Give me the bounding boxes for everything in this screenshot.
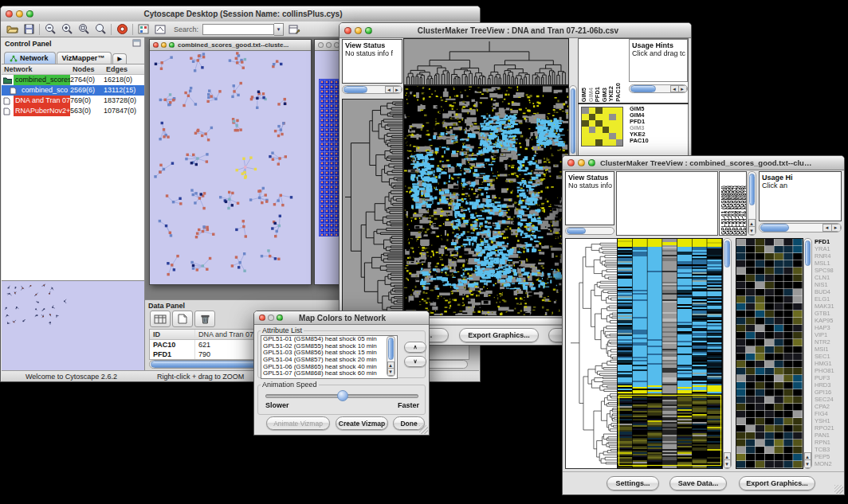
edge-count: 13112(15) <box>104 85 144 96</box>
usage-hints-scrollbar[interactable]: ◄ ► <box>759 223 842 232</box>
status-scrollbar[interactable] <box>565 227 614 235</box>
file-icon <box>3 107 12 115</box>
column-dendrogram-area[interactable] <box>616 171 718 236</box>
treeview-dna-titlebar[interactable]: ClusterMaker TreeView : DNA and Tran 07-… <box>340 23 691 38</box>
delete-attribute-trash-icon[interactable] <box>194 311 215 327</box>
gene-label: SEC24 <box>815 396 843 403</box>
zoom-fit-icon[interactable] <box>94 23 107 35</box>
resize-grip[interactable] <box>419 425 428 434</box>
network-overview-thumbnail[interactable] <box>2 280 144 370</box>
column-label: YKE2 <box>607 86 614 102</box>
animate-vizmap-button[interactable]: Animate Vizmap <box>266 416 330 430</box>
tab-network[interactable]: Network <box>4 52 56 64</box>
attribute-list[interactable]: GPL51-01 (GSM854) heat shock 05 minGPL51… <box>261 335 398 379</box>
usage-hints-scrollbar[interactable]: ◄ ► <box>629 84 688 93</box>
zoom-heatmap[interactable] <box>736 238 803 469</box>
network-view-titlebar[interactable]: combined_scores_good.txt--cluste... <box>150 40 311 51</box>
close-button[interactable] <box>153 42 159 48</box>
settings-button[interactable]: Settings... <box>607 476 659 490</box>
faster-label: Faster <box>398 401 419 409</box>
network-tree-row[interactable]: combined_scores2764(0)16218(0) <box>2 75 144 85</box>
new-attribute-icon[interactable] <box>172 311 193 327</box>
zoom-heatmap-cell <box>595 139 603 146</box>
minimize-button[interactable] <box>326 42 332 48</box>
zoom-window-button[interactable] <box>365 27 372 34</box>
export-graphics-button[interactable]: Export Graphics... <box>739 476 815 490</box>
attribute-list-item[interactable]: GPL51-07 (GSM868) heat shock 60 min <box>261 370 397 377</box>
edge-count: 183728(0) <box>104 96 144 106</box>
zoom-heatmap-cell <box>609 139 616 146</box>
zoom-selected-icon[interactable] <box>77 23 90 35</box>
zoom-heatmap-cell <box>582 139 589 146</box>
close-button[interactable] <box>344 27 351 34</box>
zoom-heatmap-scrollbar[interactable]: ▲ ▼ <box>803 238 812 469</box>
cytoscape-titlebar[interactable]: Cytoscape Desktop (Session Name: collins… <box>1 6 480 22</box>
column-dendrogram[interactable] <box>403 38 569 85</box>
tab-overflow-arrow[interactable]: ▶ <box>112 53 126 64</box>
create-vizmap-button[interactable]: Create Vizmap <box>336 416 388 430</box>
zoom-heatmap-cell <box>595 127 603 133</box>
zoom-heatmap[interactable] <box>581 107 623 147</box>
resize-grip[interactable] <box>834 485 843 494</box>
move-down-button[interactable]: ∨ <box>404 356 426 367</box>
zoom-window-button[interactable] <box>26 10 33 18</box>
zoom-out-icon[interactable] <box>44 23 57 35</box>
float-panel-icon[interactable] <box>132 39 141 49</box>
zoom-row-labels: GIM5GIM4PFD1GIM3YKE2PAC10 <box>630 106 649 144</box>
help-lifering-icon[interactable] <box>116 23 128 35</box>
vizmap-icon[interactable] <box>137 23 150 35</box>
zoom-heatmap-cell <box>609 127 616 133</box>
zoom-window-button[interactable] <box>277 315 283 321</box>
attribute-select-icon[interactable] <box>150 311 171 327</box>
search-input[interactable] <box>202 24 274 35</box>
network-graph-canvas[interactable] <box>150 51 309 283</box>
minimize-button[interactable] <box>578 159 585 166</box>
row-dendrogram[interactable] <box>342 99 403 316</box>
configure-search-icon[interactable] <box>288 23 300 35</box>
row-dendrogram[interactable] <box>565 238 618 469</box>
minimize-button[interactable] <box>355 27 362 34</box>
zoom-column-labels: GIM5GIM4PFD1GIM3YKE2PAC10 <box>580 40 622 102</box>
export-graphics-button[interactable]: Export Graphics... <box>459 328 539 342</box>
attribute-list-scrollbar[interactable]: ▲ ▼ <box>387 336 395 377</box>
desktop: Cytoscape Desktop (Session Name: collins… <box>0 0 848 504</box>
column-labels-scrollbar[interactable]: ▲ ▼ <box>748 171 756 236</box>
dialog-titlebar[interactable]: Map Colors to Network <box>254 311 429 325</box>
open-session-icon[interactable] <box>6 23 18 35</box>
treeview-combined-titlebar[interactable]: ClusterMaker TreeView : combined_scores_… <box>563 156 844 170</box>
zoom-window-button[interactable] <box>169 42 175 48</box>
close-button[interactable] <box>259 315 265 321</box>
minimize-button[interactable] <box>161 42 167 48</box>
window-title: ClusterMaker TreeView : combined_scores_… <box>600 158 844 167</box>
save-data-button[interactable]: Save Data... <box>669 476 727 490</box>
column-label: PAC10 <box>614 83 621 102</box>
minimize-button[interactable] <box>268 315 274 321</box>
move-up-button[interactable]: ∧ <box>404 342 426 353</box>
zoom-heatmap-cell <box>595 114 603 120</box>
network-table-header[interactable]: Network Nodes Edges <box>2 64 144 75</box>
column-label: GIM4 <box>587 88 594 102</box>
global-heatmap[interactable] <box>403 85 569 316</box>
gene-label: HMG1 <box>815 360 843 367</box>
close-button[interactable] <box>318 42 324 48</box>
global-heatmap[interactable] <box>617 238 723 469</box>
global-heatmap-scrollbar[interactable]: ▲ ▼ <box>723 238 732 469</box>
zoom-window-button[interactable] <box>588 159 595 166</box>
search-dropdown-arrow[interactable]: ▼ <box>274 23 284 36</box>
view-status-panel: View Status No status info <box>565 171 614 225</box>
close-button[interactable] <box>567 159 575 166</box>
network-tree-row[interactable]: combined_sco2569(6)13112(15) <box>2 85 144 96</box>
column-label: GIM3 <box>601 88 607 102</box>
tab-vizmapper[interactable]: VizMapper™ <box>57 52 112 64</box>
network-tree-row[interactable]: DNA and Tran 07769(0)183728(0) <box>2 96 144 106</box>
save-session-icon[interactable] <box>22 23 35 35</box>
minimize-button[interactable] <box>16 10 23 18</box>
close-button[interactable] <box>6 10 13 18</box>
status-scrollbar[interactable]: ◄ ► <box>342 85 402 94</box>
window-controls <box>1 10 38 18</box>
zoom-in-icon[interactable] <box>61 23 73 35</box>
animation-speed-slider-thumb[interactable] <box>337 390 348 401</box>
network-tree-row[interactable]: RNAPuberNov2+563(0)107847(0) <box>2 106 144 116</box>
annotation-icon[interactable] <box>154 23 167 35</box>
zoom-heatmap-cell <box>582 133 589 139</box>
